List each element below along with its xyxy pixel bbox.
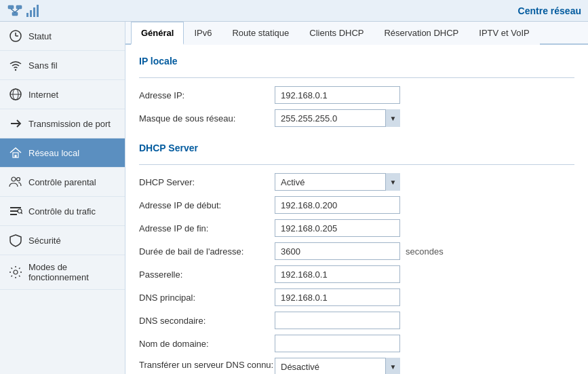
- field-ip-debut: Adresse IP de début:: [139, 196, 574, 214]
- sidebar-item-controle-parental[interactable]: Contrôle parental: [0, 168, 125, 197]
- svg-rect-2: [12, 12, 18, 16]
- shield-icon: [8, 233, 23, 248]
- home-icon: [8, 145, 23, 160]
- wifi-icon: [8, 58, 23, 73]
- svg-point-18: [12, 177, 16, 181]
- tab-ipv6[interactable]: IPv6: [184, 22, 222, 45]
- label-dns-principal: DNS principal:: [139, 293, 275, 303]
- field-ip-fin: Adresse IP de fin:: [139, 219, 574, 237]
- input-nom-domaine[interactable]: [275, 335, 400, 352]
- dhcp-server-title: DHCP Server: [139, 143, 574, 156]
- tab-reservation-dhcp[interactable]: Réservation DHCP: [374, 22, 469, 45]
- field-dns-principal: DNS principal:: [139, 288, 574, 306]
- sidebar-label-controle-trafic: Contrôle du trafic: [28, 206, 96, 217]
- field-dhcp-server: DHCP Server: Activé Désactivé ▼: [139, 173, 574, 191]
- bars-icon: [8, 204, 23, 219]
- divider-dhcp: [139, 164, 574, 165]
- tab-route-statique[interactable]: Route statique: [222, 22, 299, 45]
- svg-rect-22: [10, 214, 17, 215]
- ip-locale-title: IP locale: [139, 56, 574, 69]
- sidebar-label-statut: Statut: [28, 31, 52, 41]
- tabs-bar: Général IPv6 Route statique Clients DHCP…: [125, 22, 588, 45]
- sidebar-label-securite: Sécurité: [28, 236, 61, 246]
- svg-point-12: [15, 69, 16, 71]
- divider-ip-locale: [139, 77, 574, 78]
- users-icon: [8, 174, 23, 189]
- select-masque[interactable]: 255.255.255.0 255.255.0.0 255.0.0.0: [275, 109, 400, 127]
- label-dhcp-server: DHCP Server:: [139, 177, 275, 187]
- sidebar-label-transmission: Transmission de port: [28, 119, 111, 129]
- svg-rect-0: [8, 5, 14, 9]
- input-dns-secondaire[interactable]: [275, 312, 400, 329]
- content-area: Général IPv6 Route statique Clients DHCP…: [125, 22, 588, 374]
- tab-general[interactable]: Général: [131, 22, 184, 45]
- sidebar-item-controle-trafic[interactable]: Contrôle du trafic: [0, 197, 125, 226]
- arrow-icon: [8, 116, 23, 131]
- top-bar-icons: [7, 3, 39, 19]
- main-layout: Statut Sans fil Internet Transmission de…: [0, 22, 588, 374]
- label-adresse-ip: Adresse IP:: [139, 90, 275, 100]
- signal-icon: [26, 4, 39, 18]
- field-masque: Masque de sous réseau: 255.255.255.0 255…: [139, 109, 574, 127]
- select-transferer-dns[interactable]: Désactivé Activé: [275, 358, 400, 374]
- svg-rect-5: [26, 13, 28, 17]
- globe-icon: [8, 87, 23, 102]
- input-adresse-ip[interactable]: [275, 86, 400, 104]
- svg-point-25: [14, 270, 18, 274]
- tab-iptv[interactable]: IPTV et VoIP: [469, 22, 539, 45]
- select-wrapper-masque: 255.255.255.0 255.255.0.0 255.0.0.0 ▼: [275, 109, 400, 127]
- sidebar-item-modes[interactable]: Modes de fonctionnement: [0, 255, 125, 290]
- field-dns-secondaire: DNS secondaire:: [139, 312, 574, 329]
- network-icon: [7, 3, 23, 19]
- sidebar-item-reseau-local[interactable]: Réseau local: [0, 138, 125, 168]
- label-ip-fin: Adresse IP de fin:: [139, 223, 275, 233]
- sidebar-label-internet: Internet: [28, 90, 58, 100]
- field-nom-domaine: Nom de domaine:: [139, 335, 574, 352]
- select-dhcp-status[interactable]: Activé Désactivé: [275, 173, 400, 191]
- svg-rect-7: [33, 7, 35, 17]
- sidebar-item-internet[interactable]: Internet: [0, 80, 125, 109]
- label-dns-secondaire: DNS secondaire:: [139, 316, 275, 326]
- sidebar-item-statut[interactable]: Statut: [0, 22, 125, 51]
- sidebar-item-securite[interactable]: Sécurité: [0, 226, 125, 255]
- select-wrapper-dhcp: Activé Désactivé ▼: [275, 173, 400, 191]
- sidebar: Statut Sans fil Internet Transmission de…: [0, 22, 125, 374]
- svg-point-19: [17, 178, 20, 181]
- svg-rect-17: [15, 155, 17, 157]
- label-masque: Masque de sous réseau:: [139, 113, 275, 124]
- label-transferer-dns: Transférer un serveur DNS connu:: [139, 358, 275, 371]
- sidebar-item-transmission[interactable]: Transmission de port: [0, 109, 125, 138]
- suffix-secondes: secondes: [406, 246, 444, 257]
- label-nom-domaine: Nom de domaine:: [139, 339, 275, 349]
- gears-icon: [8, 265, 23, 280]
- svg-rect-6: [30, 10, 32, 17]
- label-passerelle: Passerelle:: [139, 269, 275, 280]
- label-duree-bail: Durée de bail de l'adresse:: [139, 246, 275, 257]
- field-transferer-dns: Transférer un serveur DNS connu: Désacti…: [139, 358, 574, 374]
- svg-line-4: [15, 9, 19, 12]
- sidebar-label-sans-fil: Sans fil: [28, 60, 58, 71]
- sidebar-label-modes: Modes de fonctionnement: [28, 262, 117, 282]
- svg-rect-20: [10, 207, 21, 208]
- input-passerelle[interactable]: [275, 265, 400, 283]
- label-ip-debut: Adresse IP de début:: [139, 200, 275, 210]
- form-content: IP locale Adresse IP: Masque de sous rés…: [125, 45, 588, 374]
- sidebar-label-controle-parental: Contrôle parental: [28, 177, 96, 187]
- sidebar-label-reseau-local: Réseau local: [28, 148, 79, 158]
- sidebar-item-sans-fil[interactable]: Sans fil: [0, 51, 125, 80]
- input-ip-debut[interactable]: [275, 196, 400, 214]
- input-ip-fin[interactable]: [275, 219, 400, 237]
- tab-clients-dhcp[interactable]: Clients DHCP: [299, 22, 374, 45]
- page-title: Centre réseau: [518, 5, 581, 16]
- field-adresse-ip: Adresse IP:: [139, 86, 574, 104]
- svg-rect-8: [37, 5, 39, 17]
- input-duree-bail[interactable]: [275, 242, 400, 260]
- select-wrapper-transferer: Désactivé Activé ▼: [275, 358, 400, 374]
- svg-line-3: [11, 9, 15, 12]
- svg-rect-1: [16, 5, 22, 9]
- input-dns-principal[interactable]: [275, 288, 400, 306]
- top-bar: Centre réseau: [0, 0, 588, 22]
- field-passerelle: Passerelle:: [139, 265, 574, 283]
- field-duree-bail: Durée de bail de l'adresse: secondes: [139, 242, 574, 260]
- svg-rect-21: [10, 210, 18, 212]
